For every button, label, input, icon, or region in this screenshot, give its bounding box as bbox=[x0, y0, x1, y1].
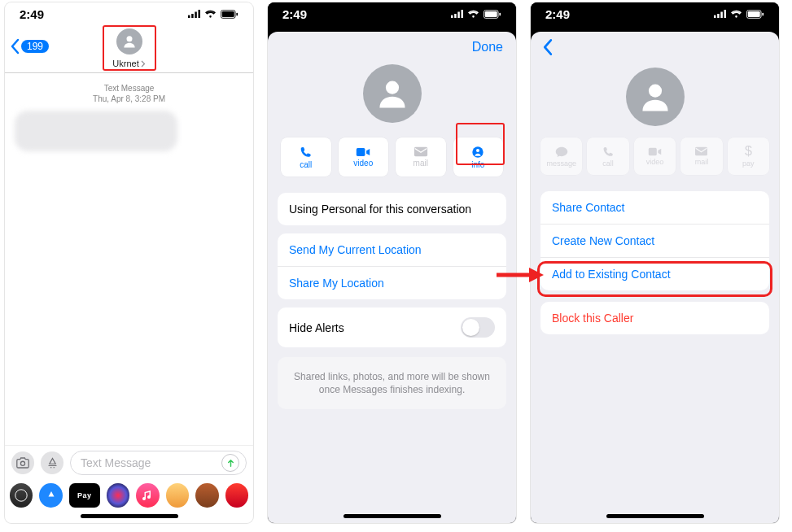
call-label: call bbox=[300, 160, 312, 169]
cellular-icon bbox=[714, 10, 726, 18]
video-button[interactable]: video bbox=[339, 137, 389, 177]
mail-label: mail bbox=[695, 158, 709, 166]
svg-rect-11 bbox=[454, 14, 457, 18]
app-animoji-icon[interactable] bbox=[195, 483, 218, 508]
video-label: video bbox=[646, 158, 664, 166]
svg-rect-22 bbox=[714, 15, 716, 18]
back-button[interactable] bbox=[542, 40, 553, 60]
message-input[interactable]: Text Message bbox=[70, 451, 247, 475]
mail-button: mail bbox=[680, 137, 722, 175]
done-button[interactable]: Done bbox=[472, 40, 503, 55]
message-icon bbox=[555, 146, 568, 158]
svg-point-29 bbox=[648, 85, 661, 98]
status-icons bbox=[714, 10, 764, 19]
group-alerts: Hide Alerts bbox=[278, 307, 506, 347]
status-time: 2:49 bbox=[282, 7, 307, 21]
battery-icon bbox=[484, 10, 501, 19]
chevron-left-icon bbox=[542, 38, 553, 56]
battery-icon bbox=[746, 10, 764, 19]
status-time: 2:49 bbox=[20, 7, 44, 21]
svg-rect-15 bbox=[485, 11, 497, 16]
message-composer: Text Message bbox=[5, 445, 253, 480]
battery-icon bbox=[221, 10, 238, 19]
back-button[interactable]: 199 bbox=[10, 38, 49, 55]
share-contact-row[interactable]: Share Contact bbox=[540, 191, 769, 224]
svg-rect-30 bbox=[649, 147, 657, 155]
phone-messages-conversation: 2:49 199 Ukrnet bbox=[5, 2, 253, 523]
indexing-card: Shared links, photos, and more will be s… bbox=[278, 357, 506, 409]
message-bubble-blurred bbox=[15, 111, 177, 151]
send-button[interactable] bbox=[221, 454, 239, 472]
avatar-icon bbox=[363, 64, 422, 123]
notch bbox=[343, 2, 441, 20]
svg-point-17 bbox=[385, 81, 398, 94]
app-music-icon[interactable] bbox=[136, 483, 159, 508]
action-buttons-row: message call video mail $ pay bbox=[531, 126, 779, 183]
app-misc-icon[interactable] bbox=[225, 483, 248, 508]
mail-icon bbox=[694, 146, 708, 156]
mail-label: mail bbox=[414, 159, 428, 168]
video-icon bbox=[356, 147, 370, 157]
send-location-row[interactable]: Send My Current Location bbox=[278, 233, 506, 266]
add-existing-label: Add to Existing Contact bbox=[552, 268, 671, 281]
group-block: Block this Caller bbox=[540, 302, 769, 334]
camera-button[interactable] bbox=[11, 451, 34, 474]
status-bar: 2:49 bbox=[268, 2, 516, 25]
nav-bar: 199 Ukrnet bbox=[5, 25, 253, 73]
svg-rect-5 bbox=[222, 11, 234, 16]
message-label: message bbox=[546, 159, 576, 168]
add-existing-row[interactable]: Add to Existing Contact bbox=[540, 257, 769, 290]
contact-more-sheet: message call video mail $ pay bbox=[531, 32, 779, 523]
group-contact-actions: Share Contact Create New Contact Add to … bbox=[540, 191, 769, 290]
using-personal-row[interactable]: Using Personal for this conversation bbox=[278, 193, 506, 225]
svg-rect-16 bbox=[499, 12, 501, 15]
svg-rect-27 bbox=[748, 11, 760, 16]
svg-rect-1 bbox=[191, 14, 194, 18]
create-contact-label: Create New Contact bbox=[552, 234, 654, 247]
share-location-label: Share My Location bbox=[289, 277, 384, 290]
app-strip[interactable]: Pay bbox=[5, 480, 253, 511]
app-appstore-icon[interactable] bbox=[39, 483, 62, 508]
conversation-area[interactable]: Text Message Thu, Apr 8, 3:28 PM bbox=[5, 73, 253, 445]
home-indicator[interactable] bbox=[81, 514, 178, 518]
call-button[interactable]: call bbox=[281, 137, 331, 177]
avatar-icon bbox=[626, 68, 685, 126]
unread-badge: 199 bbox=[21, 40, 49, 53]
group-personal: Using Personal for this conversation bbox=[278, 193, 506, 225]
svg-rect-3 bbox=[199, 10, 201, 18]
app-memoji-icon[interactable] bbox=[166, 483, 189, 508]
contact-info-sheet: Done call video mail bbox=[268, 32, 516, 523]
arrow-up-icon bbox=[226, 459, 235, 468]
app-applepay-icon[interactable]: Pay bbox=[69, 483, 100, 508]
svg-rect-19 bbox=[414, 147, 427, 156]
message-button: message bbox=[540, 137, 582, 175]
home-indicator[interactable] bbox=[343, 514, 441, 518]
svg-rect-28 bbox=[762, 12, 764, 15]
indexing-text: Shared links, photos, and more will be s… bbox=[294, 371, 490, 395]
block-caller-row[interactable]: Block this Caller bbox=[540, 302, 769, 334]
mail-button: mail bbox=[396, 137, 446, 177]
appstore-button[interactable] bbox=[41, 451, 63, 474]
chevron-left-icon bbox=[10, 38, 20, 55]
status-icons bbox=[451, 10, 501, 19]
message-type-label: Text Message bbox=[5, 83, 253, 94]
status-time: 2:49 bbox=[545, 7, 570, 21]
wifi-icon bbox=[730, 10, 742, 19]
home-indicator[interactable] bbox=[606, 514, 704, 518]
svg-rect-23 bbox=[717, 14, 720, 18]
create-contact-row[interactable]: Create New Contact bbox=[540, 224, 769, 257]
hide-alerts-toggle[interactable] bbox=[461, 317, 495, 338]
cellular-icon bbox=[188, 10, 200, 18]
highlight-box-info bbox=[456, 123, 505, 165]
svg-rect-31 bbox=[695, 147, 707, 156]
status-bar: 2:49 bbox=[5, 2, 253, 25]
using-personal-label: Using Personal for this conversation bbox=[289, 203, 471, 216]
highlight-box-contact bbox=[103, 25, 156, 71]
video-button: video bbox=[634, 137, 676, 175]
svg-rect-10 bbox=[451, 15, 453, 18]
app-store-icon[interactable] bbox=[10, 483, 33, 508]
app-photos-icon[interactable] bbox=[107, 483, 129, 508]
status-icons bbox=[188, 10, 238, 19]
share-location-row[interactable]: Share My Location bbox=[278, 266, 506, 299]
dollar-icon: $ bbox=[745, 145, 752, 158]
